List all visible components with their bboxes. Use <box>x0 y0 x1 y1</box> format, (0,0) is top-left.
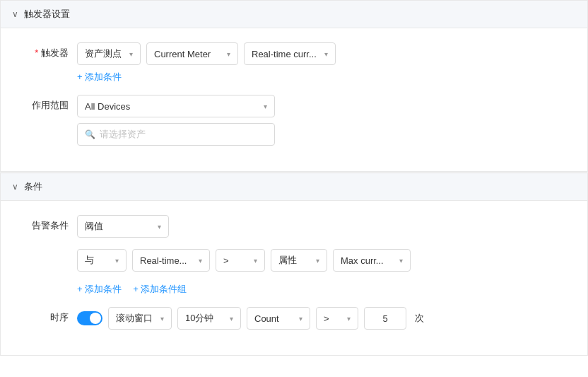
condition-compare-type-select[interactable]: 属性 ▾ <box>271 249 327 272</box>
condition-metric-select[interactable]: Real-time... ▾ <box>132 249 210 272</box>
scope-controls: All Devices ▾ 🔍 请选择资产 <box>77 95 570 146</box>
asset-placeholder: 请选择资产 <box>100 128 146 141</box>
alert-condition-content: 阈值 ▾ <box>77 215 570 238</box>
trigger-section: ∨ 触发器设置 触发器 资产测点 ▾ Current Meter ▾ Real-… <box>0 0 588 172</box>
condition-operator-value: > <box>223 255 229 266</box>
condition-op1-arrow: ▾ <box>115 257 119 265</box>
trigger-metric-select[interactable]: Real-time curr... ▾ <box>244 42 336 65</box>
trigger-selects: 资产测点 ▾ Current Meter ▾ Real-time curr...… <box>77 42 570 65</box>
timing-label: 时序 <box>18 307 69 324</box>
condition-expression-content: 与 ▾ Real-time... ▾ > ▾ 属性 ▾ <box>77 249 570 296</box>
timing-suffix: 次 <box>412 312 427 325</box>
scope-content: All Devices ▾ 🔍 请选择资产 <box>77 95 570 146</box>
trigger-section-title: 触发器设置 <box>24 8 70 21</box>
add-condition-link[interactable]: + 添加条件 <box>77 283 122 296</box>
add-condition-group-link[interactable]: + 添加条件组 <box>133 283 187 296</box>
condition-action-links: + 添加条件 + 添加条件组 <box>77 277 570 296</box>
timing-gt-select[interactable]: > ▾ <box>316 307 358 330</box>
condition-chevron-icon: ∨ <box>12 182 18 192</box>
alert-condition-label: 告警条件 <box>18 215 69 232</box>
timing-gt-arrow: ▾ <box>347 315 351 323</box>
condition-operator-select[interactable]: > ▾ <box>216 249 265 272</box>
condition-metric-value: Real-time... <box>140 255 187 266</box>
timing-count-arrow: ▾ <box>299 315 302 323</box>
timing-window-select[interactable]: 滚动窗口 ▾ <box>108 307 172 330</box>
condition-metric-arrow: ▾ <box>199 257 202 265</box>
trigger-type-arrow: ▾ <box>129 50 133 58</box>
condition-section-body: 告警条件 阈值 ▾ 与 ▾ Real-ti <box>1 201 587 355</box>
trigger-content: 资产测点 ▾ Current Meter ▾ Real-time curr...… <box>77 42 570 83</box>
timing-controls: 滚动窗口 ▾ 10分钟 ▾ Count ▾ > ▾ <box>77 307 570 330</box>
condition-compare-type-value: 属性 <box>278 254 297 267</box>
timing-duration-arrow: ▾ <box>230 315 233 323</box>
condition-section: ∨ 条件 告警条件 阈值 ▾ 与 ▾ <box>0 173 588 356</box>
trigger-device-arrow: ▾ <box>227 50 230 58</box>
alert-condition-arrow: ▾ <box>158 223 161 231</box>
condition-compare-value: Max curr... <box>341 255 384 266</box>
add-condition-label: + 添加条件 <box>77 283 122 296</box>
timing-duration-select[interactable]: 10分钟 ▾ <box>177 307 241 330</box>
timing-row: 时序 滚动窗口 ▾ 10分钟 ▾ Coun <box>18 307 570 330</box>
condition-section-header[interactable]: ∨ 条件 <box>1 173 587 201</box>
trigger-label: 触发器 <box>18 42 69 59</box>
timing-number-input[interactable] <box>364 307 406 330</box>
timing-duration-value: 10分钟 <box>185 312 213 325</box>
add-trigger-condition-label: + 添加条件 <box>77 71 122 83</box>
timing-gt-value: > <box>324 313 329 324</box>
trigger-type-select[interactable]: 资产测点 ▾ <box>77 42 141 65</box>
trigger-section-body: 触发器 资产测点 ▾ Current Meter ▾ Real-time cur… <box>1 28 587 171</box>
asset-search-input[interactable]: 🔍 请选择资产 <box>77 123 275 146</box>
scope-label: 作用范围 <box>18 95 69 112</box>
alert-condition-value: 阈值 <box>85 220 103 233</box>
trigger-device-select[interactable]: Current Meter ▾ <box>146 42 238 65</box>
alert-condition-select[interactable]: 阈值 ▾ <box>77 215 169 238</box>
timing-count-value: Count <box>254 313 279 324</box>
scope-select[interactable]: All Devices ▾ <box>77 95 275 117</box>
alert-condition-row: 告警条件 阈值 ▾ <box>18 215 570 238</box>
trigger-metric-value: Real-time curr... <box>252 49 317 59</box>
alert-condition-selects: 阈值 ▾ <box>77 215 570 238</box>
condition-section-title: 条件 <box>24 180 42 193</box>
add-condition-group-label: + 添加条件组 <box>133 283 187 296</box>
condition-inline-selects: 与 ▾ Real-time... ▾ > ▾ 属性 ▾ <box>77 249 570 272</box>
condition-compare-value-select[interactable]: Max curr... ▾ <box>333 249 411 272</box>
condition-op1-select[interactable]: 与 ▾ <box>77 249 127 272</box>
timing-window-value: 滚动窗口 <box>116 312 153 325</box>
timing-toggle[interactable] <box>77 311 102 325</box>
scope-row: 作用范围 All Devices ▾ 🔍 请选择资产 <box>18 95 570 146</box>
scope-arrow: ▾ <box>264 103 267 110</box>
trigger-section-header[interactable]: ∨ 触发器设置 <box>1 1 587 28</box>
timing-window-arrow: ▾ <box>160 315 164 323</box>
condition-compare-type-arrow: ▾ <box>316 257 319 265</box>
timing-content: 滚动窗口 ▾ 10分钟 ▾ Count ▾ > ▾ <box>77 307 570 330</box>
timing-toggle-slider <box>77 311 102 325</box>
scope-value: All Devices <box>85 101 130 112</box>
condition-operator-arrow: ▾ <box>254 257 257 265</box>
trigger-row: 触发器 资产测点 ▾ Current Meter ▾ Real-time cur… <box>18 42 570 83</box>
add-trigger-condition-link[interactable]: + 添加条件 <box>77 71 570 83</box>
trigger-metric-arrow: ▾ <box>324 50 328 58</box>
trigger-device-value: Current Meter <box>154 49 211 59</box>
condition-op1-value: 与 <box>85 254 94 267</box>
condition-compare-value-arrow: ▾ <box>399 257 403 265</box>
trigger-type-value: 资产测点 <box>85 47 122 60</box>
search-icon: 🔍 <box>85 129 95 139</box>
condition-expression-row: 与 ▾ Real-time... ▾ > ▾ 属性 ▾ <box>18 249 570 296</box>
timing-count-select[interactable]: Count ▾ <box>247 307 310 330</box>
trigger-chevron-icon: ∨ <box>12 9 18 19</box>
